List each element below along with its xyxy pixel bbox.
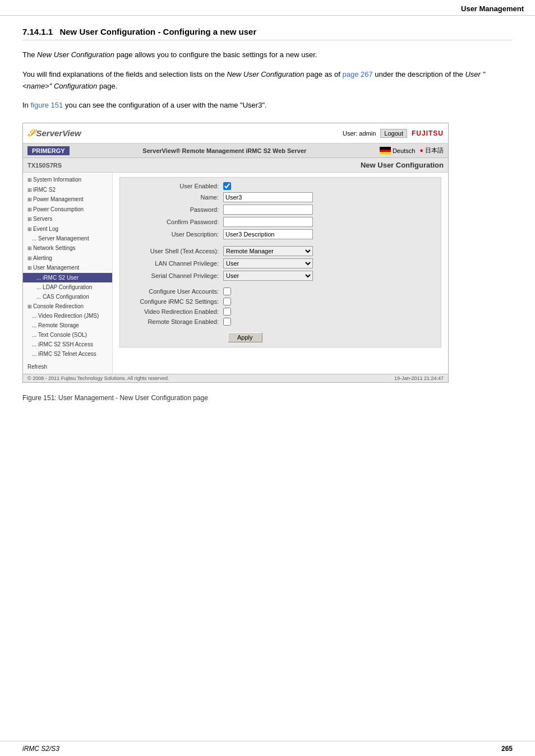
configure-user-label: Configure User Accounts: <box>122 288 223 295</box>
form-row-user-shell: User Shell (Text Access): Remote Manager… <box>122 246 439 256</box>
configure-irmc-checkbox[interactable] <box>223 298 231 305</box>
form-spacer-2 <box>122 283 439 287</box>
sidebar-item-console-redirect[interactable]: ⊞Console Redirection <box>23 302 112 312</box>
section-heading: 7.14.1.1 New User Configuration - Config… <box>22 27 513 40</box>
form-spacer-1 <box>122 242 439 246</box>
sv-server-name: TX150S7RS <box>27 162 62 169</box>
footer-left: iRMC S2/S3 <box>22 745 59 753</box>
sv-brand-label: PRIMERGY <box>27 146 70 155</box>
sidebar-item-text-console[interactable]: ... Text Console (SOL) <box>23 330 112 340</box>
para2-rest: under the description of the <box>373 70 465 78</box>
user-shell-select[interactable]: Remote Manager None SMASH CLP <box>223 246 313 256</box>
user-description-label: User Description: <box>122 231 223 238</box>
configure-user-checkbox[interactable] <box>223 287 231 295</box>
section-title: New User Configuration - Configuring a n… <box>59 27 256 36</box>
page-content: 7.14.1.1 New User Configuration - Config… <box>0 16 535 525</box>
para1-rest: page allows you to configure the basic s… <box>114 50 317 59</box>
user-shell-label: User Shell (Text Access): <box>122 248 223 254</box>
form-row-lan-channel: LAN Channel Privilege: User Operator Adm… <box>122 258 439 268</box>
sv-logout-button[interactable]: Logout <box>380 129 407 138</box>
para2-start: You will find explanations of the fields… <box>22 70 227 78</box>
expand-icon: ⊞ <box>27 256 32 261</box>
para2-mid: page as of <box>305 70 343 78</box>
name-input[interactable] <box>223 192 313 202</box>
expand-icon: ⊞ <box>27 216 32 222</box>
page-267-link[interactable]: page 267 <box>342 70 372 78</box>
password-label: Password: <box>122 206 223 213</box>
form-row-video-redirection: Video Redirection Enabled: <box>122 308 439 316</box>
sidebar-item-power-consumption[interactable]: ⊞Power Consumption <box>23 205 112 215</box>
sidebar-item-servers[interactable]: ⊞Servers <box>23 214 112 224</box>
screenshot-container: 𝒮 ServerView User: admin Logout FUJITSU … <box>22 123 449 383</box>
configure-irmc-label: Configure iRMC S2 Settings: <box>122 298 223 305</box>
sv-lang-de-label: Deutsch <box>393 147 415 154</box>
sidebar-item-ssh-access[interactable]: ... iRMC S2 SSH Access <box>23 340 112 349</box>
expand-icon: ⊞ <box>27 187 32 193</box>
sv-lang-jp[interactable]: ● 日本語 <box>419 146 444 155</box>
sv-title-bar: TX150S7RS New User Configuration <box>23 158 448 173</box>
sv-lang-de[interactable]: Deutsch <box>380 147 415 154</box>
para3-rest: you can see the configuration of a user … <box>63 101 266 109</box>
sidebar-item-event-log[interactable]: ⊞Event Log <box>23 224 112 234</box>
sv-header: 𝒮 ServerView User: admin Logout FUJITSU <box>23 123 448 143</box>
sidebar-item-server-mgmt[interactable]: ... Server Management <box>23 234 112 243</box>
page-footer: iRMC S2/S3 265 <box>0 741 535 756</box>
sv-user-label: User: admin <box>343 130 376 137</box>
sidebar-item-video-redirect[interactable]: ... Video Redirection (JMS) <box>23 311 112 321</box>
sidebar-item-cas-config[interactable]: ... CAS Configuration <box>23 292 112 302</box>
page-header: User Management <box>0 0 535 16</box>
sv-content: User Enabled: Name: Password: <box>113 173 448 374</box>
sidebar-item-remote-storage[interactable]: ... Remote Storage <box>23 321 112 330</box>
sidebar-item-telnet-access[interactable]: ... iRMC S2 Telnet Access <box>23 349 112 359</box>
expand-icon: ⊞ <box>27 245 32 251</box>
user-description-input[interactable] <box>223 229 313 239</box>
expand-icon: ⊞ <box>27 197 32 202</box>
para2-italic: New User Configuration <box>227 70 304 78</box>
form-row-name: Name: <box>122 192 439 202</box>
figure-151-link[interactable]: figure 151 <box>30 101 63 109</box>
video-redirection-checkbox[interactable] <box>223 308 231 316</box>
sv-main: ⊞System Information ⊞iRMC S2 ⊞Power Mana… <box>23 173 448 374</box>
sv-nav: PRIMERGY ServerView® Remote Management i… <box>23 143 448 158</box>
sidebar-item-system-info[interactable]: ⊞System Information <box>23 175 112 185</box>
user-enabled-checkbox[interactable] <box>223 182 231 190</box>
form-container: User Enabled: Name: Password: <box>119 177 441 347</box>
sv-logo: 𝒮 ServerView <box>27 128 81 138</box>
expand-icon: ⊞ <box>27 226 32 232</box>
confirm-password-label: Confirm Password: <box>122 219 223 225</box>
sidebar-item-irmc-s2-user[interactable]: ... iRMC S2 User <box>23 273 112 282</box>
sv-copyright: © 2008 - 2011 Fujitsu Technology Solutio… <box>27 375 169 381</box>
flag-gold-stripe <box>380 152 391 154</box>
serial-channel-label: Serial Channel Privilege: <box>122 272 223 279</box>
form-row-user-enabled: User Enabled: <box>122 182 439 190</box>
form-row-remote-storage: Remote Storage Enabled: <box>122 318 439 326</box>
sv-s-icon: 𝒮 <box>27 128 34 138</box>
expand-icon: ⊞ <box>27 207 32 212</box>
serial-channel-select[interactable]: User Operator Administrator <box>223 271 313 281</box>
remote-storage-checkbox[interactable] <box>223 318 231 326</box>
sv-logo-text: ServerView <box>36 128 81 138</box>
page-header-title: User Management <box>461 4 524 13</box>
remote-storage-label: Remote Storage Enabled: <box>122 318 223 325</box>
sidebar-item-irmc-s2[interactable]: ⊞iRMC S2 <box>23 185 112 195</box>
password-input[interactable] <box>223 205 313 215</box>
sv-lang-jp-label: 日本語 <box>425 147 444 154</box>
form-row-configure-irmc: Configure iRMC S2 Settings: <box>122 298 439 305</box>
sidebar-item-user-mgmt[interactable]: ⊞User Management <box>23 263 112 273</box>
apply-button[interactable]: Apply <box>228 332 262 342</box>
footer-right: 265 <box>501 745 513 753</box>
sv-nav-right: Deutsch ● 日本語 <box>380 146 444 155</box>
expand-icon: ⊞ <box>27 265 32 271</box>
sv-footer: © 2008 - 2011 Fujitsu Technology Solutio… <box>23 374 448 382</box>
lan-channel-select[interactable]: User Operator Administrator <box>223 258 313 268</box>
sidebar-item-network-settings[interactable]: ⊞Network Settings <box>23 243 112 253</box>
sidebar-item-power-mgmt[interactable]: ⊞Power Management <box>23 194 112 205</box>
sv-page-title: New User Configuration <box>361 161 444 169</box>
form-row-password: Password: <box>122 205 439 215</box>
flag-icon <box>380 147 391 154</box>
sidebar-item-alerting[interactable]: ⊞Alerting <box>23 253 112 263</box>
sidebar-item-ldap-config[interactable]: ... LDAP Configuration <box>23 282 112 292</box>
sv-header-right: User: admin Logout FUJITSU <box>343 129 444 138</box>
confirm-password-input[interactable] <box>223 217 313 227</box>
sidebar-item-refresh[interactable]: Refresh <box>23 362 112 372</box>
